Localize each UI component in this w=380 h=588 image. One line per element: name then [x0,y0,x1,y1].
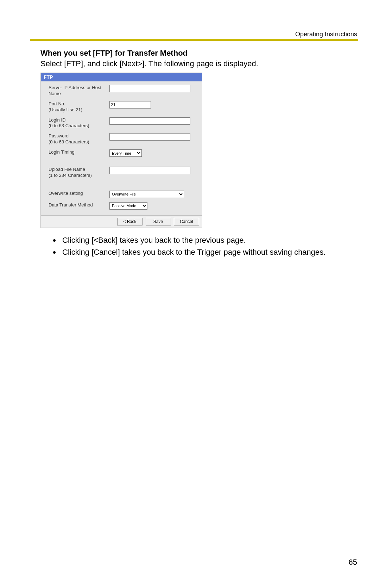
row-login: Login ID (0 to 63 Characters) [42,115,201,131]
list-item: Clicking [<Back] takes you back to the p… [60,235,347,246]
server-input[interactable] [109,85,190,92]
save-button[interactable]: Save [146,218,171,225]
row-upload: Upload File Name (1 to 234 Characters) [42,159,201,188]
label-upload-line2: (1 to 234 Characters) [49,173,92,178]
row-overwrite: Overwrite setting Overwrite File [42,188,201,200]
label-server-line2: Name [49,91,61,96]
login-input[interactable] [109,117,190,125]
list-item: Clicking [Cancel] takes you back to the … [60,247,347,258]
label-transfer: Data Transfer Method [44,202,109,208]
row-transfer: Data Transfer Method Passive Mode [42,200,201,212]
accent-bar [30,39,358,41]
label-server: Server IP Address or Host Name [44,85,109,97]
overwrite-select[interactable]: Overwrite File [109,191,184,198]
section-intro: Select [FTP], and click [Next>]. The fol… [40,59,347,68]
cancel-button[interactable]: Cancel [174,218,199,225]
section-title: When you set [FTP] for Transfer Method [40,49,347,58]
upload-input[interactable] [109,167,190,174]
label-upload-line1: Upload File Name [49,167,85,172]
label-port: Port No. (Usually Use 21) [44,101,109,113]
label-login-line2: (0 to 63 Characters) [49,123,89,128]
password-input[interactable] [109,133,190,141]
label-port-line2: (Usually Use 21) [49,107,82,112]
label-overwrite: Overwrite setting [44,191,109,197]
ftp-panel: FTP Server IP Address or Host Name Port … [40,73,202,228]
label-server-line1: Server IP Address or Host [49,85,101,90]
label-password-line2: (0 to 63 Characters) [49,139,89,144]
row-timing: Login Timing Every Time [42,147,201,159]
port-input[interactable] [109,101,151,109]
label-password: Password (0 to 63 Characters) [44,133,109,145]
row-port: Port No. (Usually Use 21) [42,99,201,115]
label-login: Login ID (0 to 63 Characters) [44,117,109,129]
label-upload: Upload File Name (1 to 234 Characters) [44,167,109,179]
row-server: Server IP Address or Host Name [42,83,201,99]
label-port-line1: Port No. [49,101,65,106]
back-button[interactable]: < Back [117,218,142,225]
page-content: When you set [FTP] for Transfer Method S… [40,46,347,259]
ftp-panel-body: Server IP Address or Host Name Port No. … [41,81,202,215]
notes-list: Clicking [<Back] takes you back to the p… [40,235,347,257]
ftp-panel-title: FTP [41,73,202,81]
label-login-line1: Login ID [49,117,65,123]
timing-select[interactable]: Every Time [109,149,142,157]
row-password: Password (0 to 63 Characters) [42,131,201,147]
label-timing: Login Timing [44,149,109,155]
button-bar: < Back Save Cancel [41,215,202,228]
doc-label: Operating Instructions [295,31,357,38]
transfer-select[interactable]: Passive Mode [109,202,147,210]
page-number: 65 [349,558,357,567]
label-password-line1: Password [49,133,69,138]
